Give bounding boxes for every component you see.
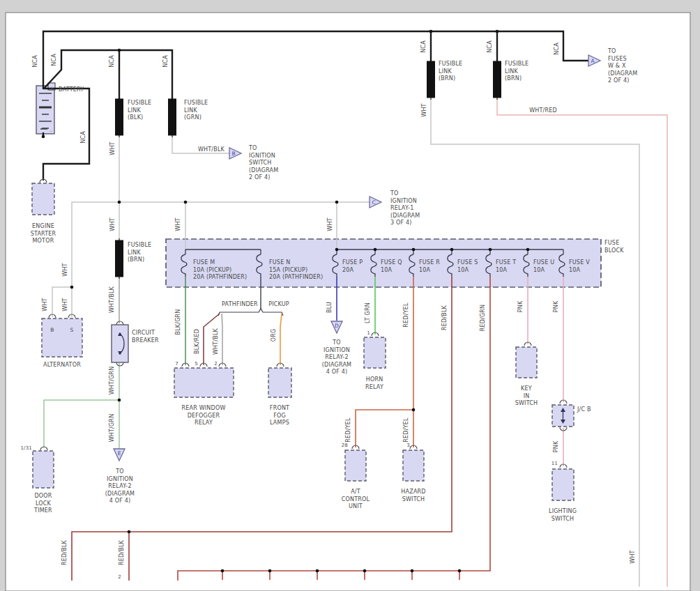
wlabel-whtblk-1: WHT/BLK [109, 286, 115, 313]
junction-dot [118, 49, 121, 52]
junction-dot [363, 569, 367, 573]
wlabel-redblk-3: RED/BLK [119, 539, 125, 565]
wlabel-redyel-1: RED/YEL [403, 302, 409, 328]
label-terminal-1-31: 1/31 [20, 445, 32, 451]
wiring-diagram-svg: ABCDEBATTERYFUSIBLELINK(BLK)FUSIBLELINK(… [0, 0, 700, 591]
junction-dot [268, 569, 272, 573]
wlabel-nca-8: NCA [554, 43, 560, 55]
wlabel-redyel-2: RED/YEL [345, 417, 351, 443]
junction-dot [118, 201, 121, 204]
label-pathfinder: PATHFINDER [222, 301, 258, 307]
wlabel-whtred: WHT/RED [529, 107, 557, 114]
junction-dot [412, 248, 416, 252]
wlabel-pnk-3: PNK [553, 440, 559, 452]
label-terminal-2: 2 [214, 361, 218, 367]
engine-starter-motor-box [32, 183, 54, 215]
wlabel-nca-2: NCA [51, 54, 57, 66]
lighting-switch-box [552, 469, 574, 500]
wlabel-pnk-2: PNK [553, 300, 559, 312]
wlabel-nca-1: NCA [32, 55, 38, 68]
junction-dot [118, 399, 121, 402]
junction-dot [221, 569, 225, 573]
wlabel-wht-9: WHT [630, 550, 636, 563]
wlabel-whtgrn-2: WHT/GRN [109, 414, 115, 443]
alternator-box [42, 318, 82, 357]
label-alternator: ALTERNATOR [43, 362, 81, 368]
junction-dot [458, 569, 462, 573]
wlabel-nca-6: NCA [420, 40, 427, 53]
wlabel-pnk-1: PNK [517, 300, 524, 312]
junction-dot [526, 248, 530, 252]
wlabel-nca-4: NCA [162, 55, 169, 68]
junction-dot [70, 286, 74, 289]
label-horn-relay: HORNRELAY [365, 376, 383, 390]
wlabel-wht-5: WHT [62, 298, 68, 311]
label-terminal-7: 7 [175, 361, 178, 367]
wlabel-wht-1: WHT [109, 141, 116, 155]
label-battery-plus: + [50, 86, 54, 91]
wlabel-whtblk-3: WHT/BLK [198, 146, 225, 153]
wlabel-whtblk-2: WHT/BLK [213, 328, 219, 355]
label-terminal-3: 3 [406, 443, 410, 448]
label-terminal-28: 28 [342, 443, 348, 448]
junction-dot [316, 569, 319, 573]
wlabel-wht-7: WHT [327, 217, 333, 231]
junction-dot [450, 248, 454, 252]
ref-arrow-c-letter: C [372, 199, 375, 206]
label-lighting-switch: LIGHTINGSWITCH [549, 508, 577, 522]
label-engine-starter-motor: ENGINESTARTERMOTOR [31, 223, 56, 244]
wlabel-wht-3: WHT [62, 263, 68, 276]
junction-dot [335, 248, 339, 252]
wlabel-nca-3: NCA [109, 55, 115, 68]
ref-arrow-d-letter: D [335, 323, 339, 329]
horn-relay-box [364, 337, 386, 368]
junction-dot [496, 30, 499, 33]
wlabel-redgrn: RED/GRN [480, 305, 486, 332]
junction-dot [429, 30, 433, 33]
wlabel-wht-2: WHT [109, 217, 116, 231]
junction-dot [411, 569, 414, 573]
wlabel-ltgrn: LT GRN [365, 302, 371, 323]
junction-dot [128, 530, 131, 534]
wlabel-blkgrn: BLK/GRN [175, 309, 181, 335]
label-door-lock-timer: DOORLOCKTIMER [33, 493, 52, 514]
front-fog-lamps-box [268, 368, 291, 397]
label-battery-minus: - [50, 128, 52, 134]
label-terminal-2b: 2 [118, 574, 121, 580]
door-lock-timer-box [33, 451, 54, 488]
wlabel-wht-4: WHT [42, 298, 48, 311]
rear-window-defogger-relay-box [174, 368, 234, 397]
wlabel-wht-8: WHT [421, 103, 427, 116]
label-jc-b: J/C B [577, 406, 591, 413]
label-battery: BATTERY [59, 86, 84, 93]
junction-dot [374, 248, 377, 252]
label-terminal-s: S [70, 327, 74, 333]
label-terminal-b: B [50, 327, 54, 333]
ref-arrow-e-letter: E [118, 450, 121, 456]
wlabel-wht-6: WHT [175, 217, 181, 231]
wlabel-nca-5: NCA [80, 131, 86, 144]
junction-dot [412, 408, 416, 412]
wlabel-org: ORG [271, 329, 277, 342]
wlabel-redblk-1: RED/BLK [441, 305, 448, 330]
ref-arrow-a-letter: A [591, 58, 595, 64]
hazard-switch-box [403, 450, 424, 481]
junction-dot [184, 201, 188, 204]
wlabel-redyel-3: RED/YEL [403, 417, 409, 443]
key-in-switch-box [516, 347, 537, 378]
wlabel-blu: BLU [326, 302, 333, 313]
label-terminal-11: 11 [551, 461, 558, 466]
wlabel-blkred: BLK/RED [194, 329, 200, 354]
junction-dot [335, 201, 339, 204]
label-terminal-1: 1 [367, 330, 370, 336]
at-control-unit-box [345, 450, 366, 481]
wlabel-redblk-2: RED/BLK [61, 539, 68, 565]
circuit-breaker-box [112, 325, 128, 362]
wlabel-nca-7: NCA [487, 40, 493, 53]
ref-arrow-b-letter: B [231, 151, 235, 157]
junction-dot [489, 248, 492, 252]
label-terminal-5: 5 [195, 361, 198, 367]
label-hazard-switch: HAZARDSWITCH [401, 489, 425, 502]
label-pickup: PICKUP [268, 301, 289, 307]
junction-dot [42, 135, 45, 139]
